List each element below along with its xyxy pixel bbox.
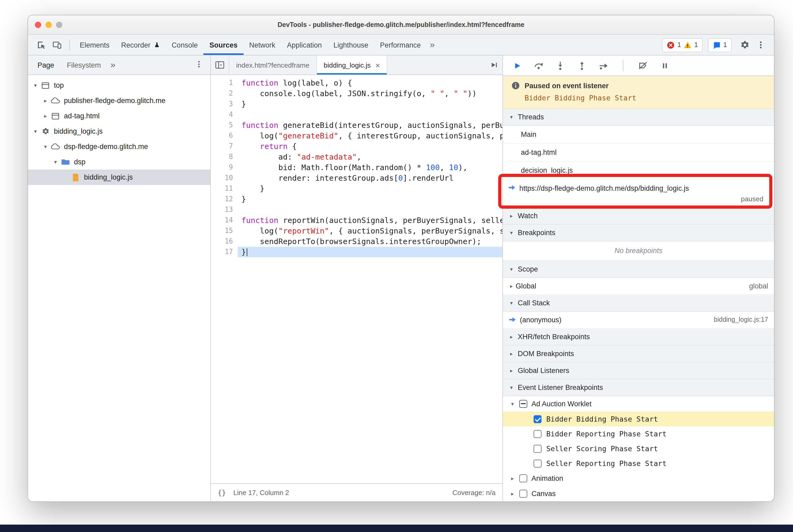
event-listener-seller-scoring-phase-start[interactable]: Seller Scoring Phase Start	[503, 441, 774, 456]
tab-network[interactable]: Network	[243, 35, 281, 55]
tree-item-publisher-fledge-demo-glitch-me[interactable]: ▸publisher-fledge-demo.glitch.me	[28, 93, 210, 108]
line-number[interactable]: 14	[211, 215, 238, 226]
expand-arrow[interactable]: ▸	[41, 98, 50, 103]
code-line-2[interactable]: 2 console.log(label, JSON.stringify(o, "…	[211, 88, 503, 99]
line-number[interactable]: 17	[211, 247, 238, 257]
line-number[interactable]: 12	[211, 194, 238, 205]
line-number[interactable]: 2	[211, 88, 238, 99]
more-navigator-tabs-icon[interactable]: »	[107, 60, 119, 70]
editor-tab-bidding-logic[interactable]: bidding_logic.js ×	[317, 55, 388, 75]
line-number[interactable]: 10	[211, 173, 238, 183]
line-number[interactable]: 3	[211, 99, 238, 109]
expand-arrow[interactable]: ▾	[31, 128, 40, 134]
tree-item-dsp-fledge-demo-glitch-me[interactable]: ▾dsp-fledge-demo.glitch.me	[28, 139, 210, 154]
tab-elements[interactable]: Elements	[74, 35, 115, 55]
thread-item-active[interactable]: https://dsp-fledge-demo.glitch.me/dsp/bi…	[503, 179, 774, 208]
section-header-watch[interactable]: ▸ Watch	[503, 208, 774, 225]
code-line-8[interactable]: 8 ad: "ad-metadata",	[211, 152, 503, 162]
tab-filesystem[interactable]: Filesystem	[60, 55, 107, 75]
checkbox-bidder-bidding-phase-start[interactable]	[534, 415, 542, 423]
pause-on-exceptions-button[interactable]	[658, 59, 671, 72]
code-line-10[interactable]: 10 render: interestGroup.ads[0].renderUr…	[211, 173, 503, 183]
event-listener-bidder-reporting-phase-start[interactable]: Bidder Reporting Phase Start	[503, 426, 774, 441]
line-number[interactable]: 1	[211, 78, 238, 88]
step-into-button[interactable]	[554, 59, 566, 72]
tree-item-dsp[interactable]: ▾dsp	[28, 154, 210, 170]
line-number[interactable]: 11	[211, 183, 238, 194]
checkbox-canvas[interactable]	[519, 490, 527, 498]
tree-item-top[interactable]: ▾top	[28, 78, 210, 93]
code-line-15[interactable]: 15 log("reportWin", { auctionSignals, pe…	[211, 226, 503, 236]
expand-arrow[interactable]: ▸	[41, 113, 50, 119]
tab-performance[interactable]: Performance	[374, 35, 427, 55]
event-category-animation[interactable]: ▸Animation	[503, 471, 774, 486]
code-line-17[interactable]: 17}	[211, 247, 503, 257]
code-line-1[interactable]: 1function log(label, o) {	[211, 78, 503, 88]
checkbox-seller-scoring-phase-start[interactable]	[534, 444, 542, 453]
tree-item-bidding-logic-js[interactable]: ▾bidding_logic.js	[28, 124, 210, 139]
code-line-4[interactable]: 4	[211, 109, 503, 120]
expand-arrow[interactable]: ▾	[41, 144, 50, 150]
deactivate-breakpoints-button[interactable]	[637, 59, 649, 72]
settings-button[interactable]	[737, 38, 753, 52]
tab-application[interactable]: Application	[281, 35, 327, 55]
code-line-5[interactable]: 5function generateBid(interestGroup, auc…	[211, 120, 503, 131]
call-stack-frame[interactable]: (anonymous) bidding_logic.js:17	[503, 312, 774, 329]
zoom-window-button[interactable]	[56, 22, 62, 28]
checkbox-seller-reporting-phase-start[interactable]	[534, 459, 542, 467]
thread-item-main[interactable]: Main	[503, 126, 774, 144]
devtools-menu-button[interactable]	[753, 38, 769, 52]
toggle-device-toolbar-button[interactable]	[49, 38, 65, 52]
line-number[interactable]: 8	[211, 152, 238, 162]
code-line-11[interactable]: 11 }	[211, 183, 503, 194]
chevron-right-icon[interactable]: ▸	[510, 491, 515, 497]
code-line-13[interactable]: 13	[211, 205, 503, 215]
checkbox-ad-auction-worklet[interactable]	[519, 400, 527, 408]
step-button[interactable]	[597, 59, 610, 72]
line-number[interactable]: 9	[211, 162, 238, 173]
section-header-threads[interactable]: ▾ Threads	[503, 109, 774, 126]
inspect-element-button[interactable]	[33, 38, 49, 52]
section-header-xhr-breakpoints[interactable]: ▸ XHR/fetch Breakpoints	[503, 329, 774, 345]
close-window-button[interactable]	[35, 22, 41, 28]
event-category-ad-auction-worklet[interactable]: ▾Ad Auction Worklet	[503, 396, 774, 412]
tab-page[interactable]: Page	[31, 55, 60, 75]
line-number[interactable]: 16	[211, 236, 238, 247]
code-line-6[interactable]: 6 log("generateBid", { interestGroup, au…	[211, 131, 503, 141]
line-number[interactable]: 5	[211, 120, 238, 131]
event-listener-bidder-bidding-phase-start[interactable]: Bidder Bidding Phase Start	[503, 412, 774, 426]
tab-console[interactable]: Console	[166, 35, 204, 55]
line-number[interactable]: 6	[211, 131, 238, 141]
section-header-dom-breakpoints[interactable]: ▸ DOM Breakpoints	[503, 345, 774, 362]
tab-recorder[interactable]: Recorder	[115, 35, 166, 55]
more-panels-icon[interactable]: »	[427, 40, 438, 50]
section-header-call-stack[interactable]: ▾ Call Stack	[503, 295, 774, 312]
code-line-3[interactable]: 3}	[211, 99, 503, 109]
event-category-canvas[interactable]: ▸Canvas	[503, 486, 774, 501]
code-line-9[interactable]: 9 bid: Math.floor(Math.random() * 100, 1…	[211, 162, 503, 173]
section-header-event-listener-breakpoints[interactable]: ▾ Event Listener Breakpoints	[503, 379, 774, 396]
scope-row-global[interactable]: ▸ Global global	[503, 278, 774, 295]
code-line-14[interactable]: 14function reportWin(auctionSignals, per…	[211, 215, 503, 226]
chevron-down-icon[interactable]: ▾	[510, 401, 515, 407]
editor-tab-index-html[interactable]: index.html?fencedframe	[229, 55, 317, 75]
step-out-button[interactable]	[575, 59, 588, 72]
navigator-menu-button[interactable]	[191, 60, 207, 70]
code-line-16[interactable]: 16 sendReportTo(browserSignals.interestG…	[211, 236, 503, 247]
section-header-scope[interactable]: ▾ Scope	[503, 261, 774, 278]
line-number[interactable]: 13	[211, 205, 238, 215]
resume-button[interactable]	[510, 59, 523, 72]
chevron-right-icon[interactable]: ▸	[510, 475, 515, 481]
thread-item-decision-logic-js[interactable]: decision_logic.js	[503, 162, 774, 179]
code-line-12[interactable]: 12}	[211, 194, 503, 205]
code-editor[interactable]: 1function log(label, o) {2 console.log(l…	[211, 75, 503, 483]
thread-item-ad-tag-html[interactable]: ad-tag.html	[503, 144, 774, 162]
minimize-window-button[interactable]	[45, 22, 52, 28]
expand-arrow[interactable]: ▾	[31, 82, 40, 88]
line-number[interactable]: 15	[211, 226, 238, 236]
frame-location[interactable]: bidding_logic.js:17	[714, 316, 768, 324]
code-line-7[interactable]: 7 return {	[211, 141, 503, 152]
section-header-global-listeners[interactable]: ▸ Global Listeners	[503, 362, 774, 379]
toggle-navigator-button[interactable]	[211, 55, 229, 75]
close-tab-icon[interactable]: ×	[375, 61, 380, 69]
